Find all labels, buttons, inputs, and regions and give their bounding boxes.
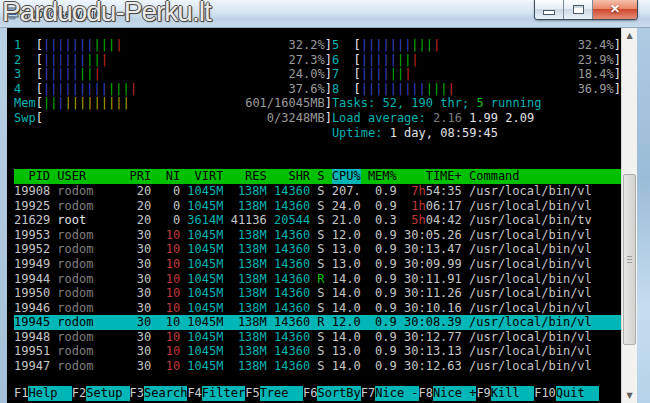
cell-res: 138M	[231, 344, 267, 359]
fkey-label: Nice +	[433, 386, 476, 401]
meter-bracket: [	[36, 38, 43, 53]
cell-ni: 0	[158, 199, 180, 214]
title-bar[interactable]: root@serverid ~ ✕	[0, 0, 650, 28]
fkey-F7[interactable]: F7Nice -	[361, 386, 419, 401]
header-shr[interactable]: SHR	[274, 169, 310, 184]
header-s[interactable]: S	[317, 169, 324, 184]
meter-bracket: ]	[614, 38, 621, 53]
memory-meter: Mem[||||||||||||601/16045MB]	[14, 96, 332, 111]
cell-res: 138M	[231, 330, 267, 345]
fkey-number: F10	[534, 386, 556, 400]
fkey-F10[interactable]: F10Quit	[534, 386, 599, 401]
process-row-19945[interactable]: 19945rodom30101045M138M14360R12.00.930:0…	[14, 315, 621, 330]
meter-label: Mem	[14, 96, 36, 111]
scrollbar-thumb[interactable]	[623, 174, 636, 345]
meter-label: 1	[14, 38, 36, 53]
header-pri[interactable]: PRI	[130, 169, 152, 184]
process-row-19925[interactable]: 19925rodom2001045M138M14360S24.00.91h06:…	[14, 199, 621, 214]
cell-pri: 30	[130, 344, 152, 359]
scroll-up-button[interactable]: ▲	[622, 28, 637, 43]
process-row-21629[interactable]: 21629root2003614M4113620544S21.00.35h04:…	[14, 213, 621, 228]
fkey-F6[interactable]: F6SortBy	[303, 386, 361, 401]
fkey-F3[interactable]: F3Search	[130, 386, 188, 401]
cell-s: S	[317, 213, 324, 228]
cell-shr: 14360	[274, 242, 310, 257]
scrollbar[interactable]: ▲ ▼	[621, 28, 637, 403]
header-user[interactable]: USER	[57, 169, 122, 184]
header-ni[interactable]: NI	[158, 169, 180, 184]
maximize-button[interactable]	[564, 0, 593, 19]
cell-cpu: 14.0	[332, 330, 361, 345]
meter-label: 6	[332, 53, 354, 68]
cell-cpu: 13.0	[332, 344, 361, 359]
cell-ni: 10	[158, 257, 180, 272]
meter-bracket: ]	[614, 67, 621, 82]
process-row-19952[interactable]: 19952rodom30101045M138M14360S13.00.930:1…	[14, 242, 621, 257]
cell-s: S	[317, 301, 324, 316]
window-border-right	[637, 28, 650, 403]
cell-cmd: /usr/local/bin/vl	[469, 228, 621, 243]
process-row-19946[interactable]: 19946rodom30101045M138M14360S14.00.930:1…	[14, 301, 621, 316]
process-row-19908[interactable]: 19908rodom2001045M138M14360S207.0.97h54:…	[14, 184, 621, 199]
cell-pid: 19908	[14, 184, 50, 199]
fkey-label: Quit	[556, 386, 599, 401]
meter-bracket: ]	[614, 53, 621, 68]
cell-virt: 1045M	[187, 272, 223, 287]
window-controls: ✕	[534, 0, 638, 20]
cell-res: 138M	[231, 286, 267, 301]
cell-cpu: 21.0	[332, 213, 361, 228]
header-cmd[interactable]: Command	[469, 169, 621, 184]
cell-time: 30:11.26	[404, 286, 462, 301]
header-mem[interactable]: MEM%	[368, 169, 397, 184]
cell-res: 138M	[231, 315, 267, 330]
fkey-F2[interactable]: F2Setup	[72, 386, 130, 401]
tasks-running-count: 5	[476, 96, 483, 111]
fkey-F8[interactable]: F8Nice +	[419, 386, 477, 401]
meter-bracket: [	[36, 53, 43, 68]
cpu-meter-8: 8[|||||||||||||36.9%]	[332, 82, 621, 97]
cell-cmd: /usr/local/bin/vl	[469, 315, 621, 330]
process-row-19953[interactable]: 19953rodom30101045M138M14360S12.00.930:0…	[14, 228, 621, 243]
tasks-counts: 52, 190 thr;	[382, 96, 476, 111]
tasks-line: Tasks: 52, 190 thr; 5 running	[332, 96, 621, 111]
header-cpu[interactable]: CPU%	[332, 169, 361, 184]
meter-pipes: |||||||||||	[361, 38, 441, 53]
fkey-F5[interactable]: F5Tree	[245, 386, 303, 401]
cpu-meter-2: 2[|||||||||27.3%]	[14, 53, 332, 68]
process-row-19949[interactable]: 19949rodom30101045M138M14360S13.00.930:0…	[14, 257, 621, 272]
meter-bracket: ]	[325, 111, 332, 126]
fkey-F9[interactable]: F9Kill	[476, 386, 534, 401]
htop-terminal[interactable]: 1[|||||||||||32.2%]2[|||||||||27.3%]3[||…	[7, 28, 621, 403]
fkey-F1[interactable]: F1Help	[14, 386, 72, 401]
header-time[interactable]: TIME+	[404, 169, 462, 184]
process-row-19944[interactable]: 19944rodom30101045M138M14360R14.00.930:1…	[14, 272, 621, 287]
cell-shr: 14360	[274, 344, 310, 359]
cell-pri: 30	[130, 286, 152, 301]
close-button[interactable]: ✕	[593, 0, 637, 19]
cell-mem: 0.9	[368, 330, 397, 345]
process-row-19951[interactable]: 19951rodom30101045M138M14360S13.00.930:1…	[14, 344, 621, 359]
meter-bracket: [	[36, 82, 43, 97]
scroll-down-button[interactable]: ▼	[622, 388, 637, 403]
process-row-19948[interactable]: 19948rodom30101045M138M14360S14.00.930:1…	[14, 330, 621, 345]
cell-s: S	[317, 242, 324, 257]
cell-pid: 19947	[14, 359, 50, 374]
meter-bar: ||||||||24.0%	[43, 67, 325, 82]
fkey-number: F3	[130, 386, 144, 400]
cell-s: S	[317, 359, 324, 374]
cell-mem: 0.9	[368, 199, 397, 214]
header-res[interactable]: RES	[231, 169, 267, 184]
header-virt[interactable]: VIRT	[187, 169, 223, 184]
meter-bracket: [	[36, 111, 43, 126]
minimize-button[interactable]	[535, 0, 564, 19]
header-pid[interactable]: PID	[14, 169, 50, 184]
meter-bracket: [	[354, 38, 361, 53]
scrollbar-track[interactable]	[622, 43, 637, 388]
cell-res: 138M	[231, 199, 267, 214]
cell-virt: 1045M	[187, 359, 223, 374]
process-row-19950[interactable]: 19950rodom30101045M138M14360S14.00.930:1…	[14, 286, 621, 301]
cell-shr: 14360	[274, 359, 310, 374]
cell-pri: 30	[130, 330, 152, 345]
fkey-F4[interactable]: F4Filter	[187, 386, 245, 401]
process-row-19947[interactable]: 19947rodom30101045M138M14360S14.00.930:1…	[14, 359, 621, 374]
